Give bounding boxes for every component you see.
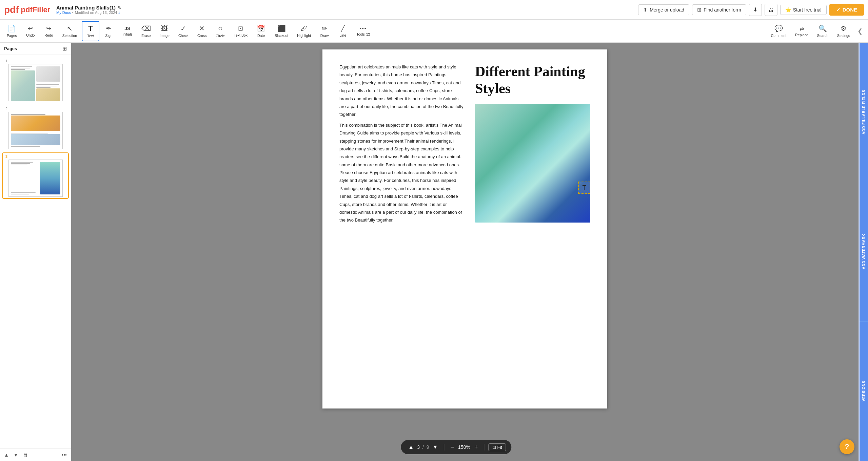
search-icon: 🔍 <box>818 24 827 33</box>
line-icon: ╱ <box>341 25 345 32</box>
zoom-value: 150% <box>457 444 471 450</box>
circle-icon: ○ <box>218 24 222 33</box>
page-move-up-button[interactable]: ▲ <box>3 451 10 459</box>
body-paragraph-1: Egyptian art celebrates animals like cat… <box>339 63 465 119</box>
textbox-label: Text Box <box>234 33 248 37</box>
tool-image[interactable]: 🖼 Image <box>156 21 174 41</box>
page-separator: / <box>422 444 424 450</box>
tool-search[interactable]: 🔍 Search <box>813 21 832 41</box>
page-right-column: Different Painting Styles <box>475 63 590 395</box>
find-form-label: Find another form <box>704 7 741 13</box>
tool-tools2[interactable]: ••• Tools (2) <box>352 21 374 41</box>
page-nav-bar: ▲ 3 / 9 ▼ − 150% + ⊡ Fit <box>401 440 511 454</box>
text-label: Text <box>87 34 94 38</box>
tool-initials[interactable]: JS Initials <box>118 21 137 41</box>
line-label: Line <box>339 33 346 37</box>
tool-line[interactable]: ╱ Line <box>334 21 352 41</box>
page-number-1: 1 <box>5 59 7 63</box>
tool-text[interactable]: T Text <box>82 21 99 41</box>
page-item-2[interactable]: 2 <box>3 105 68 150</box>
tool-highlight[interactable]: 🖊 Highlight <box>293 21 315 41</box>
tool-erase[interactable]: ⌫ Erase <box>137 21 155 41</box>
settings-label: Settings <box>837 34 850 38</box>
initials-icon: JS <box>124 26 130 31</box>
tool-textbox[interactable]: ⊡ Text Box <box>230 21 252 41</box>
draw-label: Draw <box>320 34 329 38</box>
print-button[interactable]: 🖨 <box>765 4 777 16</box>
tool-comment[interactable]: 💬 Comment <box>767 21 791 41</box>
image-icon: 🖼 <box>161 25 168 33</box>
start-trial-button[interactable]: ⭐ Start free trial <box>780 5 827 15</box>
page-more-options-button[interactable]: ••• <box>60 451 68 459</box>
comment-icon: 💬 <box>774 24 783 33</box>
sign-label: Sign <box>105 34 112 38</box>
tool-redo[interactable]: ↪ Redo <box>40 21 58 41</box>
fit-label: Fit <box>497 445 502 450</box>
tool-replace[interactable]: ⇄ Replace <box>791 21 812 41</box>
help-button[interactable]: ? <box>840 439 854 454</box>
selection-icon: ↖ <box>67 24 73 33</box>
replace-icon: ⇄ <box>800 25 804 32</box>
panel-collapse-button[interactable]: ❮ <box>855 26 865 36</box>
undo-label: Undo <box>26 33 35 37</box>
pages-panel-action-button[interactable]: ⊞ <box>62 45 67 52</box>
my-docs-link[interactable]: My Docs <box>56 11 71 15</box>
header: pdf pdfFiller Animal Painting Skills(1) … <box>0 0 868 20</box>
redo-icon: ↪ <box>46 25 51 32</box>
page-prev-button[interactable]: ▲ <box>406 443 416 452</box>
page-left-column: Egyptian art celebrates animals like cat… <box>339 63 465 395</box>
date-label: Date <box>257 34 265 38</box>
right-panel: ADD FILLABLE FIELDS ADD WATERMARK VERSIO… <box>859 43 868 461</box>
tool-selection[interactable]: ↖ Selection <box>58 21 81 41</box>
versions-tab[interactable]: VERSIONS <box>860 321 868 461</box>
tool-date[interactable]: 📅 Date <box>252 21 270 41</box>
done-button[interactable]: ✓ DONE <box>829 4 864 16</box>
check-icon: ✓ <box>180 24 186 33</box>
add-watermark-tab[interactable]: ADD WATERMARK <box>860 182 868 321</box>
zoom-out-button[interactable]: − <box>448 443 456 452</box>
zoom-in-button[interactable]: + <box>472 443 480 452</box>
tool-check[interactable]: ✓ Check <box>174 21 193 41</box>
body-paragraph-2: This combination is the subject of this … <box>339 121 465 224</box>
cross-icon: ✕ <box>199 24 205 33</box>
replace-label: Replace <box>795 33 808 37</box>
merge-upload-button[interactable]: ⬆ Merge or upload <box>638 4 689 15</box>
content-area[interactable]: Egyptian art celebrates animals like cat… <box>71 43 859 461</box>
sign-icon: ✒ <box>106 24 112 33</box>
edit-icon[interactable]: ✎ <box>117 5 121 10</box>
pages-panel: Pages ⊞ 1 <box>0 43 71 461</box>
doc-meta: My Docs • Modified on Aug 13, 2024 ℹ <box>56 11 121 15</box>
page-item-1[interactable]: 1 <box>3 58 68 103</box>
find-form-button[interactable]: ⊞ Find another form <box>692 4 746 15</box>
draw-icon: ✏ <box>322 24 328 33</box>
tool-undo[interactable]: ↩ Undo <box>22 21 39 41</box>
image-label: Image <box>160 34 170 38</box>
search-label: Search <box>817 34 828 38</box>
download-button[interactable]: ⬇ <box>749 4 762 16</box>
tool-cross[interactable]: ✕ Cross <box>193 21 211 41</box>
tool-circle[interactable]: ○ Circle <box>212 21 229 41</box>
doc-title: Animal Painting Skills(1) ✎ <box>56 5 121 11</box>
page-move-down-button[interactable]: ▼ <box>12 451 20 459</box>
tool-settings[interactable]: ⚙ Settings <box>833 21 854 41</box>
text-cursor-box[interactable]: T <box>578 182 590 194</box>
tool-pages[interactable]: 📄 Pages <box>3 21 21 41</box>
text-cursor-icon: T <box>583 184 586 191</box>
add-fillable-fields-tab[interactable]: ADD FILLABLE FIELDS <box>860 43 868 182</box>
versions-label: VERSIONS <box>862 381 866 401</box>
pages-icon: 📄 <box>7 24 16 33</box>
merge-icon: ⬆ <box>643 7 648 13</box>
fit-button[interactable]: ⊡ Fit <box>489 443 506 451</box>
pages-label: Pages <box>7 34 17 38</box>
tool-draw[interactable]: ✏ Draw <box>316 21 333 41</box>
tool-sign[interactable]: ✒ Sign <box>100 21 118 41</box>
page-delete-button[interactable]: 🗑 <box>22 451 29 459</box>
modified-info: Modified on Aug 13, 2024 <box>75 11 117 15</box>
check-label: Check <box>178 34 189 38</box>
tool-blackout[interactable]: ⬛ Blackout <box>271 21 292 41</box>
initials-label: Initials <box>122 32 133 36</box>
start-trial-label: Start free trial <box>793 7 822 13</box>
page-item-3[interactable]: 3 <box>3 153 68 198</box>
logo[interactable]: pdf pdfFiller <box>4 5 52 15</box>
page-next-button[interactable]: ▼ <box>431 443 440 452</box>
